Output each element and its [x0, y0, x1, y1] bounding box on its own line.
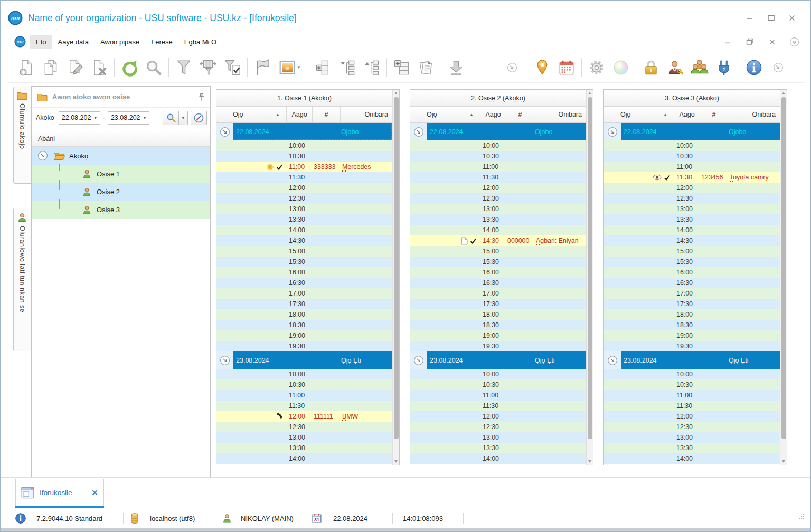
column-header-time[interactable]: Aago — [674, 107, 700, 122]
time-slot-row[interactable]: 13:00 — [216, 204, 392, 214]
pin-icon[interactable] — [199, 93, 205, 101]
location-icon[interactable] — [530, 55, 554, 80]
time-slot-row[interactable]: 16:00 — [216, 267, 392, 278]
time-slot-row[interactable]: 18:00 — [216, 309, 392, 320]
minimize-icon[interactable] — [744, 13, 756, 23]
time-slot-row[interactable]: 10:30 — [410, 151, 586, 162]
time-slot-row[interactable]: 13:30 — [410, 214, 586, 225]
vertical-scrollbar[interactable] — [586, 90, 593, 465]
chevron-down-icon[interactable]: ▼ — [91, 116, 100, 120]
time-slot-row[interactable]: 12:00 — [410, 183, 586, 193]
integrations-plug-icon[interactable] — [712, 55, 736, 80]
time-slot-row[interactable]: 19:00 — [604, 330, 780, 341]
time-slot-row[interactable]: 12:00 — [604, 411, 780, 422]
time-slot-row[interactable]: 15:30 — [604, 256, 780, 267]
time-slot-row[interactable]: 14:00 — [216, 453, 392, 464]
time-slot-row[interactable]: 17:00 — [604, 288, 780, 299]
lock-icon[interactable] — [639, 55, 663, 80]
time-slot-row[interactable]: 14:30 — [216, 235, 392, 246]
column-header-number[interactable]: # — [313, 107, 341, 122]
time-slot-row[interactable]: 14:00 — [604, 225, 780, 235]
column-header-date[interactable]: Ojọ▲ — [604, 107, 674, 122]
tree-node-employee[interactable]: Oṣiṣẹ 2 — [32, 183, 210, 201]
time-slot-row[interactable]: 11:00 — [410, 390, 586, 401]
appointment-row[interactable]: 11:00333333Mercedes — [216, 162, 392, 172]
column-header-number[interactable]: # — [700, 107, 728, 122]
search-button[interactable] — [163, 111, 179, 125]
column-header-number[interactable]: # — [506, 107, 534, 122]
time-slot-row[interactable]: 19:00 — [216, 330, 392, 341]
time-slot-row[interactable]: 10:00 — [410, 140, 586, 151]
toolbar-grip[interactable] — [8, 35, 10, 48]
time-slot-row[interactable]: 12:30 — [216, 193, 392, 204]
time-slot-row[interactable]: 12:30 — [410, 422, 586, 432]
mdi-minimize-icon[interactable] — [722, 36, 733, 47]
menu-item-aaye-data[interactable]: Aaye data — [52, 35, 95, 49]
collapse-day-icon[interactable] — [220, 355, 230, 366]
menu-item-eto[interactable]: Eto — [30, 35, 52, 49]
resize-grip[interactable] — [797, 512, 805, 521]
time-slot-row[interactable]: 17:30 — [604, 299, 780, 309]
add-rows-icon[interactable] — [311, 55, 335, 80]
scroll-thumb[interactable] — [588, 97, 592, 439]
time-slot-row[interactable]: 10:00 — [216, 369, 392, 379]
day-band-body[interactable]: 23.08.2024Ọjọ Ẹti — [427, 352, 586, 369]
time-slot-row[interactable]: 16:00 — [604, 267, 780, 278]
time-slot-row[interactable]: 15:30 — [216, 256, 392, 267]
tree-expand-icon[interactable] — [360, 55, 384, 80]
time-slot-row[interactable]: 18:00 — [410, 309, 586, 320]
user-permissions-icon[interactable] — [663, 55, 687, 80]
appointment-row[interactable]: 11:30123456Toyota camry — [604, 172, 780, 183]
user-groups-icon[interactable] — [687, 55, 712, 80]
time-slot-row[interactable]: 10:00 — [604, 369, 780, 379]
scroll-down-icon[interactable] — [394, 460, 398, 463]
about-info-icon[interactable] — [742, 55, 766, 80]
scroll-down-icon[interactable] — [782, 460, 785, 463]
time-slot-row[interactable]: 13:00 — [216, 432, 392, 443]
delete-record-icon[interactable] — [87, 55, 111, 80]
day-band-body[interactable]: 22.08.2024Ọjọbọ — [621, 123, 780, 140]
time-slot-row[interactable]: 12:00 — [216, 183, 392, 193]
time-slot-row[interactable]: 12:30 — [604, 193, 780, 204]
time-slot-row[interactable]: 16:30 — [216, 278, 392, 288]
day-band-body[interactable]: 22.08.2024Ọjọbọ — [427, 123, 586, 140]
time-slot-row[interactable]: 11:00 — [604, 390, 780, 401]
column-header-date[interactable]: Ojọ▲ — [216, 107, 287, 122]
flag-icon[interactable] — [250, 55, 275, 80]
tree-node-employee[interactable]: Oṣiṣẹ 3 — [32, 201, 210, 218]
side-tab-user-list[interactable]: Olumulo akojọ — [13, 87, 31, 184]
tab-close-icon[interactable] — [91, 489, 98, 496]
collapse-day-icon[interactable] — [413, 127, 424, 137]
new-record-icon[interactable] — [14, 55, 39, 80]
day-band-body[interactable]: 23.08.2024Ọjọ Ẹti — [233, 352, 392, 369]
collapse-node-icon[interactable] — [37, 150, 48, 161]
time-slot-row[interactable]: 16:30 — [604, 278, 780, 288]
time-slot-row[interactable]: 10:30 — [216, 151, 392, 162]
menu-item-ferese[interactable]: Ferese — [145, 35, 178, 49]
time-slot-row[interactable]: 18:30 — [216, 320, 392, 330]
time-slot-row[interactable]: 19:00 — [410, 330, 586, 341]
time-slot-row[interactable]: 12:30 — [216, 422, 392, 432]
column-header-client[interactable]: Onibara — [534, 107, 586, 122]
time-slot-row[interactable]: 16:30 — [410, 278, 586, 288]
time-slot-row[interactable]: 17:30 — [216, 299, 392, 309]
time-slot-row[interactable]: 13:00 — [410, 204, 586, 214]
time-slot-row[interactable]: 14:00 — [410, 225, 586, 235]
vertical-scrollbar[interactable] — [780, 90, 787, 465]
time-slot-row[interactable]: 11:30 — [410, 172, 586, 183]
column-header-client[interactable]: Onibara — [728, 107, 780, 122]
tree-node-group[interactable]: Akọkọ — [32, 147, 210, 165]
filter-layout-icon[interactable] — [196, 55, 220, 80]
toolbar-overflow-2-icon[interactable] — [766, 55, 790, 80]
edit-record-icon[interactable] — [63, 55, 87, 80]
time-slot-row[interactable]: 19:30 — [410, 341, 586, 352]
time-slot-row[interactable]: 16:00 — [410, 267, 586, 278]
time-slot-row[interactable]: 14:30 — [604, 235, 780, 246]
day-band-body[interactable]: 22.08.2024Ọjọbọ — [233, 123, 392, 140]
image-dropdown-icon[interactable]: ▼ — [297, 65, 301, 70]
time-slot-row[interactable]: 15:00 — [604, 246, 780, 256]
time-slot-row[interactable]: 11:30 — [410, 401, 586, 411]
time-slot-row[interactable]: 10:00 — [410, 369, 586, 379]
time-slot-row[interactable]: 13:30 — [604, 214, 780, 225]
time-slot-row[interactable]: 14:00 — [604, 453, 780, 464]
